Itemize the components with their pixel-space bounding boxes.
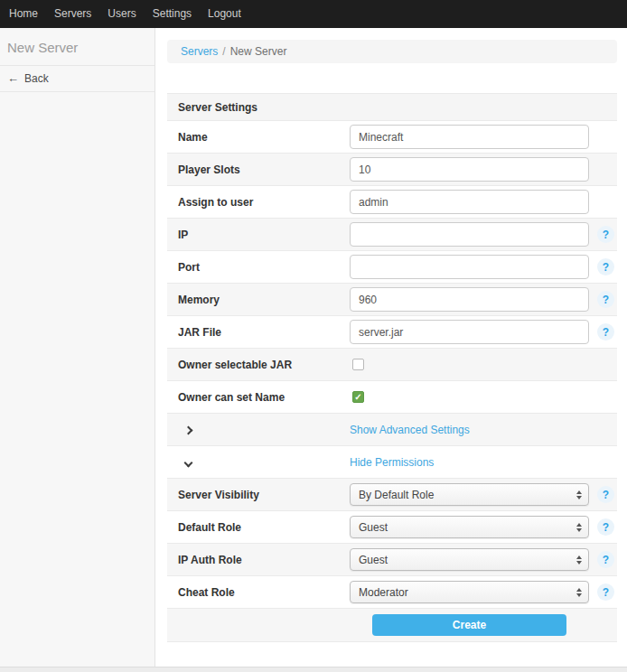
breadcrumb-current: New Server <box>230 45 287 58</box>
accordion-chevron-cell <box>167 424 350 436</box>
ip-auth-role-help-icon[interactable]: ? <box>597 551 614 568</box>
field-control: By Default Role <box>350 483 589 506</box>
field-row-jar-file: JAR File? <box>167 316 617 349</box>
field-row-port: Port? <box>167 251 617 284</box>
field-row-ip-auth-role: IP Auth RoleGuest? <box>167 544 617 576</box>
accordion-chevron-cell <box>167 456 350 469</box>
breadcrumb-link-servers[interactable]: Servers <box>181 45 218 58</box>
port-input[interactable] <box>350 255 589 279</box>
select-stepper-icon <box>576 555 582 565</box>
select-stepper-icon <box>576 490 582 499</box>
show-advanced-settings-link[interactable]: Show Advanced Settings <box>350 424 470 436</box>
ip-auth-role-select[interactable]: Guest <box>350 548 589 571</box>
default-role-help-icon[interactable]: ? <box>597 518 614 536</box>
jar-file-input[interactable] <box>350 320 589 344</box>
breadcrumb-separator: / <box>222 45 225 58</box>
ip-input[interactable] <box>350 222 589 247</box>
select-value: Guest <box>359 521 388 534</box>
field-control: Guest <box>350 548 589 571</box>
field-row-server-visibility: Server VisibilityBy Default Role? <box>167 479 617 511</box>
field-control <box>350 125 589 149</box>
field-row-show-advanced-settings: Show Advanced Settings <box>167 414 617 446</box>
nav-item-home[interactable]: Home <box>1 0 46 28</box>
memory-input[interactable] <box>350 287 589 312</box>
select-value: By Default Role <box>359 489 434 501</box>
default-role-select[interactable]: Guest <box>350 516 589 538</box>
select-value: Moderator <box>359 586 408 599</box>
page-title: New Server <box>0 28 154 66</box>
field-row-owner-can-set-name: Owner can set Name✓ <box>167 381 617 414</box>
ip-help-icon[interactable]: ? <box>597 226 614 243</box>
field-control <box>350 255 589 279</box>
accordion-link-cell: Show Advanced Settings <box>350 424 589 436</box>
checkmark-icon: ✓ <box>354 392 361 402</box>
field-label: Memory <box>167 294 350 306</box>
back-link-label: Back <box>24 72 49 85</box>
form-section-header: Server Settings <box>167 94 617 121</box>
field-label: Default Role <box>167 521 350 534</box>
select-value: Guest <box>359 554 388 566</box>
field-row-ip: IP? <box>167 219 617 251</box>
server-visibility-select[interactable]: By Default Role <box>350 483 589 506</box>
field-label: Name <box>167 131 350 144</box>
field-control <box>350 190 589 214</box>
field-control <box>350 359 589 370</box>
field-label: Port <box>167 261 350 274</box>
field-row-player-slots: Player Slots <box>167 154 617 186</box>
field-control: ✓ <box>350 391 589 403</box>
owner-selectable-jar-checkbox[interactable] <box>352 359 364 370</box>
field-label: Owner can set Name <box>167 391 350 404</box>
field-row-name: Name <box>167 121 617 154</box>
server-settings-form: Server SettingsNamePlayer SlotsAssign to… <box>167 93 617 642</box>
submit-zone: Create <box>350 614 589 636</box>
create-button[interactable]: Create <box>372 614 566 636</box>
field-row-default-role: Default RoleGuest? <box>167 511 617 544</box>
nav-item-servers[interactable]: Servers <box>46 0 99 28</box>
field-row-assign-to-user: Assign to user <box>167 186 617 219</box>
owner-can-set-name-checkbox[interactable]: ✓ <box>352 391 364 403</box>
field-label: Server Visibility <box>167 489 350 501</box>
field-row-memory: Memory? <box>167 284 617 316</box>
main-content: Servers / New Server Server SettingsName… <box>155 28 627 667</box>
player-slots-input[interactable] <box>350 157 589 182</box>
nav-item-logout[interactable]: Logout <box>200 0 249 28</box>
back-arrow-icon: ← <box>7 71 19 85</box>
nav-item-users[interactable]: Users <box>99 0 144 28</box>
assign-to-user-input[interactable] <box>350 190 589 214</box>
field-control <box>350 320 589 344</box>
cheat-role-help-icon[interactable]: ? <box>597 583 614 601</box>
field-row-hide-permissions: Hide Permissions <box>167 446 617 479</box>
accordion-link-cell: Hide Permissions <box>350 456 589 469</box>
field-control <box>350 222 589 247</box>
top-navbar: HomeServersUsersSettingsLogout <box>0 0 627 28</box>
cheat-role-select[interactable]: Moderator <box>350 581 589 603</box>
field-label: Assign to user <box>167 196 350 209</box>
select-stepper-icon <box>576 523 582 532</box>
field-control <box>350 287 589 312</box>
field-control <box>350 157 589 182</box>
chevron-down-icon[interactable] <box>184 458 193 467</box>
field-control: Guest <box>350 516 589 538</box>
field-row-cheat-role: Cheat RoleModerator? <box>167 576 617 609</box>
chevron-right-icon[interactable] <box>184 425 193 434</box>
nav-item-settings[interactable]: Settings <box>145 0 200 28</box>
submit-row: Create <box>167 609 617 642</box>
bottom-strip <box>0 667 627 672</box>
memory-help-icon[interactable]: ? <box>597 291 614 308</box>
hide-permissions-link[interactable]: Hide Permissions <box>350 456 434 469</box>
name-input[interactable] <box>350 125 589 149</box>
back-link[interactable]: ← Back <box>0 66 154 92</box>
field-label: Owner selectable JAR <box>167 359 350 371</box>
field-label: IP <box>167 229 350 241</box>
field-label: JAR File <box>167 326 350 339</box>
breadcrumb: Servers / New Server <box>167 40 617 63</box>
field-label: IP Auth Role <box>167 554 350 566</box>
field-row-owner-selectable-jar: Owner selectable JAR <box>167 349 617 381</box>
sidebar: New Server ← Back <box>0 28 155 667</box>
field-label: Player Slots <box>167 163 350 176</box>
server-visibility-help-icon[interactable]: ? <box>597 486 614 503</box>
field-label: Cheat Role <box>167 586 350 599</box>
field-control: Moderator <box>350 581 589 603</box>
jar-file-help-icon[interactable]: ? <box>597 323 614 341</box>
port-help-icon[interactable]: ? <box>597 258 614 275</box>
